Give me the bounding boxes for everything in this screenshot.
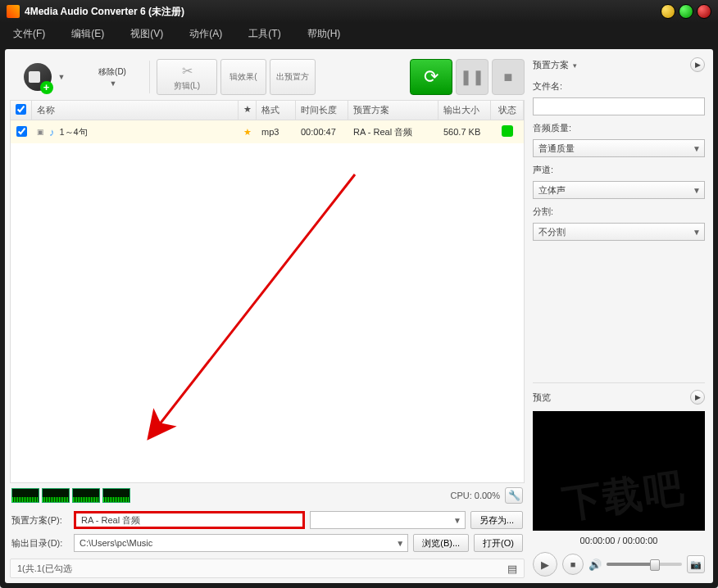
cpu-settings-button[interactable]: 🔧 [505, 487, 523, 504]
split-value: 不分割 [538, 226, 566, 238]
menu-view[interactable]: 视图(V) [130, 27, 163, 41]
row-checkbox[interactable] [16, 126, 27, 137]
play-icon: ▶ [541, 559, 549, 571]
channel-select[interactable]: 立体声 ▼ [533, 181, 705, 199]
preview-label: 预览 [533, 391, 551, 404]
menu-edit[interactable]: 编辑(E) [71, 27, 104, 41]
browse-button[interactable]: 浏览(B)... [413, 534, 469, 552]
menu-tools[interactable]: 工具(T) [248, 27, 280, 41]
chevron-down-icon: ▾ [573, 61, 577, 70]
col-profile[interactable]: 预置方案 [348, 101, 439, 120]
preview-expand-button[interactable]: ▶ [690, 390, 705, 405]
content-area: ▼ 移除(D) ▼ ✂ 剪辑(L) 辑效果( 出预置方 [5, 49, 713, 583]
add-file-button[interactable]: ▼ [10, 59, 79, 95]
file-table: 名称 ★ 格式 时间长度 预置方案 输出大小 状态 ▣ ♪ 1～4句 ★ [10, 100, 525, 483]
expand-button[interactable]: ▶ [690, 57, 705, 72]
row-duration: 00:00:47 [296, 124, 348, 139]
row-profile: RA - Real 音频 [348, 124, 439, 141]
list-icon[interactable]: ▤ [507, 563, 517, 575]
chevron-down-icon: ▼ [110, 79, 117, 88]
col-checkbox[interactable] [11, 101, 32, 120]
outdir-dropdown[interactable]: C:\Users\pc\Music ▼ [74, 534, 408, 552]
profiles-panel-header: 预置方案 ▾ ▶ [533, 56, 705, 74]
right-pane: 预置方案 ▾ ▶ 文件名: 音频质量: 普通质量 ▼ 声道: 立体声 ▼ 分割: [529, 49, 713, 583]
row-size: 560.7 KB [439, 124, 491, 139]
close-button[interactable] [697, 4, 711, 19]
preview-header: 预览 ▶ [533, 388, 705, 406]
titlebar[interactable]: 4Media Audio Converter 6 (未注册) [0, 0, 718, 23]
chevron-down-icon: ▼ [693, 144, 701, 153]
filename-input[interactable] [533, 97, 705, 115]
preview-viewport [533, 411, 705, 531]
col-duration[interactable]: 时间长度 [296, 101, 348, 120]
profile-dropdown-ext[interactable]: ▼ [310, 511, 466, 529]
tree-toggle-icon[interactable]: ▣ [37, 128, 44, 136]
cpu-meter [11, 488, 130, 503]
music-note-icon: ♪ [49, 126, 55, 138]
cpu-core-3 [72, 488, 100, 503]
outdir-label: 输出目录(D): [11, 537, 69, 550]
profiles-dropdown[interactable]: 预置方案 ▾ [533, 59, 577, 71]
snapshot-button[interactable]: 📷 [687, 555, 705, 573]
stop-button[interactable]: ■ [492, 59, 525, 95]
remove-button[interactable]: 移除(D) ▼ [82, 59, 143, 95]
cpu-core-1 [11, 488, 39, 503]
preview-time: 00:00:00 / 00:00:00 [533, 536, 705, 545]
bottom-form: 预置方案(P): RA - Real 音频 ▼ 另存为... 输出目录(D): … [10, 508, 525, 555]
open-button[interactable]: 打开(O) [474, 534, 523, 552]
menu-file[interactable]: 文件(F) [13, 27, 45, 41]
profile-dropdown[interactable]: RA - Real 音频 [74, 511, 305, 529]
menu-help[interactable]: 帮助(H) [307, 27, 341, 41]
clip-button[interactable]: ✂ 剪辑(L) [157, 59, 217, 95]
col-star[interactable]: ★ [239, 101, 257, 120]
volume-icon: 🔊 [588, 559, 602, 571]
app-window: 4Media Audio Converter 6 (未注册) 文件(F) 编辑(… [0, 0, 718, 588]
stop-icon: ■ [504, 69, 513, 86]
quality-select[interactable]: 普通质量 ▼ [533, 139, 705, 157]
outdir-value: C:\Users\pc\Music [80, 538, 152, 548]
col-name[interactable]: 名称 [32, 101, 239, 120]
menubar: 文件(F) 编辑(E) 视图(V) 动作(A) 工具(T) 帮助(H) [0, 23, 718, 44]
saveas-button[interactable]: 另存为... [470, 511, 523, 529]
wrench-icon: 🔧 [508, 490, 520, 501]
stop-icon: ■ [570, 559, 576, 569]
col-format[interactable]: 格式 [257, 101, 296, 120]
play-button[interactable]: ▶ [533, 552, 557, 577]
select-all-checkbox[interactable] [16, 104, 26, 115]
convert-button[interactable]: ⟳ [410, 59, 452, 95]
table-row[interactable]: ▣ ♪ 1～4句 ★ mp3 00:00:47 RA - Real 音频 560… [11, 120, 524, 143]
effects-button[interactable]: 辑效果( [220, 59, 266, 95]
camera-icon: 📷 [690, 559, 702, 570]
volume-slider[interactable] [607, 563, 682, 566]
quality-label: 音频质量: [533, 122, 705, 134]
status-ready-icon [502, 125, 513, 137]
annotation-arrow [101, 166, 363, 445]
refresh-icon: ⟳ [424, 66, 439, 88]
chevron-down-icon: ▼ [58, 73, 66, 81]
col-status[interactable]: 状态 [491, 101, 524, 120]
quality-value: 普通质量 [538, 142, 575, 155]
export-label: 出预置方 [276, 71, 309, 83]
cpu-bar: CPU: 0.00% 🔧 [10, 483, 525, 508]
player-controls: ▶ ■ 🔊 📷 [533, 552, 705, 577]
stop-preview-button[interactable]: ■ [562, 554, 584, 575]
pause-icon: ❚❚ [460, 68, 484, 86]
profile-label: 预置方案(P): [11, 514, 69, 527]
add-file-icon [24, 63, 52, 91]
export-profile-button[interactable]: 出预置方 [270, 59, 316, 95]
scissors-icon: ✂ [182, 63, 193, 79]
chevron-right-icon: ▶ [695, 61, 701, 69]
split-select[interactable]: 不分割 ▼ [533, 223, 705, 241]
pause-button[interactable]: ❚❚ [456, 59, 489, 95]
col-size[interactable]: 输出大小 [439, 101, 491, 120]
chevron-right-icon: ▶ [695, 393, 701, 401]
app-logo-icon [7, 5, 20, 18]
row-star[interactable]: ★ [239, 124, 257, 140]
channel-value: 立体声 [538, 184, 566, 197]
maximize-button[interactable] [679, 4, 693, 19]
split-label: 分割: [533, 206, 705, 218]
table-header: 名称 ★ 格式 时间长度 预置方案 输出大小 状态 [11, 101, 524, 120]
minimize-button[interactable] [661, 4, 675, 19]
row-name: 1～4句 [60, 126, 88, 138]
menu-action[interactable]: 动作(A) [189, 27, 222, 41]
